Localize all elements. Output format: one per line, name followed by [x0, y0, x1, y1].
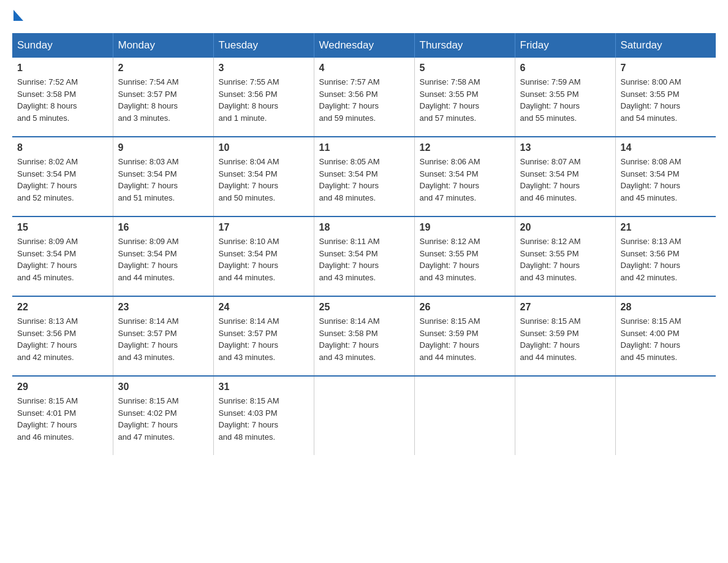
calendar-cell: 14Sunrise: 8:08 AMSunset: 3:54 PMDayligh…: [615, 137, 716, 216]
day-number: 19: [420, 222, 510, 233]
day-number: 20: [520, 222, 610, 233]
calendar-cell: 23Sunrise: 8:14 AMSunset: 3:57 PMDayligh…: [113, 296, 213, 376]
day-number: 14: [621, 142, 711, 153]
calendar-cell: 3Sunrise: 7:55 AMSunset: 3:56 PMDaylight…: [213, 58, 314, 137]
day-info: Sunrise: 8:03 AMSunset: 3:54 PMDaylight:…: [118, 156, 208, 204]
calendar-cell: 12Sunrise: 8:06 AMSunset: 3:54 PMDayligh…: [414, 137, 515, 216]
day-number: 18: [319, 222, 409, 233]
calendar-cell: 8Sunrise: 8:02 AMSunset: 3:54 PMDaylight…: [12, 137, 113, 216]
day-info: Sunrise: 8:09 AMSunset: 3:54 PMDaylight:…: [17, 236, 108, 283]
day-info: Sunrise: 8:07 AMSunset: 3:54 PMDaylight:…: [520, 156, 610, 204]
day-number: 12: [420, 142, 510, 153]
calendar-cell: 15Sunrise: 8:09 AMSunset: 3:54 PMDayligh…: [12, 216, 113, 296]
day-number: 3: [219, 63, 309, 74]
day-number: 5: [420, 63, 510, 74]
header-wednesday: Wednesday: [314, 33, 414, 58]
calendar-cell: 2Sunrise: 7:54 AMSunset: 3:57 PMDaylight…: [113, 58, 213, 137]
day-number: 26: [420, 302, 510, 313]
day-number: 29: [17, 381, 108, 393]
calendar-week-row: 15Sunrise: 8:09 AMSunset: 3:54 PMDayligh…: [12, 216, 716, 296]
calendar-cell: 30Sunrise: 8:15 AMSunset: 4:02 PMDayligh…: [113, 376, 213, 455]
calendar-cell: 18Sunrise: 8:11 AMSunset: 3:54 PMDayligh…: [314, 216, 414, 296]
day-info: Sunrise: 8:14 AMSunset: 3:57 PMDaylight:…: [118, 315, 208, 363]
day-info: Sunrise: 8:15 AMSunset: 4:02 PMDaylight:…: [118, 395, 208, 443]
day-info: Sunrise: 8:06 AMSunset: 3:54 PMDaylight:…: [420, 156, 510, 204]
calendar-cell: 16Sunrise: 8:09 AMSunset: 3:54 PMDayligh…: [113, 216, 213, 296]
header-saturday: Saturday: [615, 33, 716, 58]
calendar-cell: 25Sunrise: 8:14 AMSunset: 3:58 PMDayligh…: [314, 296, 414, 376]
day-number: 21: [621, 222, 711, 233]
calendar-cell: 20Sunrise: 8:12 AMSunset: 3:55 PMDayligh…: [515, 216, 615, 296]
calendar-cell: 6Sunrise: 7:59 AMSunset: 3:55 PMDaylight…: [515, 58, 615, 137]
day-number: 24: [219, 302, 309, 313]
calendar-week-row: 1Sunrise: 7:52 AMSunset: 3:58 PMDaylight…: [12, 58, 716, 137]
calendar-cell: 27Sunrise: 8:15 AMSunset: 3:59 PMDayligh…: [515, 296, 615, 376]
calendar-cell: [314, 376, 414, 455]
day-info: Sunrise: 8:14 AMSunset: 3:58 PMDaylight:…: [319, 315, 409, 363]
day-info: Sunrise: 8:08 AMSunset: 3:54 PMDaylight:…: [621, 156, 711, 204]
day-info: Sunrise: 8:02 AMSunset: 3:54 PMDaylight:…: [17, 156, 108, 204]
calendar-cell: 29Sunrise: 8:15 AMSunset: 4:01 PMDayligh…: [12, 376, 113, 455]
header-friday: Friday: [515, 33, 615, 58]
day-info: Sunrise: 7:54 AMSunset: 3:57 PMDaylight:…: [118, 76, 208, 124]
page-header: [12, 12, 716, 23]
day-number: 10: [219, 142, 309, 153]
day-number: 27: [520, 302, 610, 313]
day-number: 1: [17, 63, 108, 74]
day-info: Sunrise: 8:10 AMSunset: 3:54 PMDaylight:…: [219, 236, 309, 283]
calendar-cell: 13Sunrise: 8:07 AMSunset: 3:54 PMDayligh…: [515, 137, 615, 216]
day-number: 15: [17, 222, 108, 233]
day-info: Sunrise: 8:12 AMSunset: 3:55 PMDaylight:…: [520, 236, 610, 283]
calendar-header-row: SundayMondayTuesdayWednesdayThursdayFrid…: [12, 33, 716, 58]
day-info: Sunrise: 8:00 AMSunset: 3:55 PMDaylight:…: [621, 76, 711, 124]
day-number: 28: [621, 302, 711, 313]
calendar-cell: 17Sunrise: 8:10 AMSunset: 3:54 PMDayligh…: [213, 216, 314, 296]
calendar-week-row: 29Sunrise: 8:15 AMSunset: 4:01 PMDayligh…: [12, 376, 716, 455]
calendar-cell: 19Sunrise: 8:12 AMSunset: 3:55 PMDayligh…: [414, 216, 515, 296]
calendar-cell: 4Sunrise: 7:57 AMSunset: 3:56 PMDaylight…: [314, 58, 414, 137]
calendar-cell: 11Sunrise: 8:05 AMSunset: 3:54 PMDayligh…: [314, 137, 414, 216]
calendar-cell: 28Sunrise: 8:15 AMSunset: 4:00 PMDayligh…: [615, 296, 716, 376]
day-info: Sunrise: 8:09 AMSunset: 3:54 PMDaylight:…: [118, 236, 208, 283]
day-info: Sunrise: 7:57 AMSunset: 3:56 PMDaylight:…: [319, 76, 409, 124]
day-info: Sunrise: 8:11 AMSunset: 3:54 PMDaylight:…: [319, 236, 409, 283]
header-sunday: Sunday: [12, 33, 113, 58]
day-number: 30: [118, 381, 208, 393]
calendar-cell: 9Sunrise: 8:03 AMSunset: 3:54 PMDaylight…: [113, 137, 213, 216]
calendar-table: SundayMondayTuesdayWednesdayThursdayFrid…: [12, 33, 716, 455]
calendar-cell: 7Sunrise: 8:00 AMSunset: 3:55 PMDaylight…: [615, 58, 716, 137]
day-info: Sunrise: 8:15 AMSunset: 4:03 PMDaylight:…: [219, 395, 309, 443]
day-info: Sunrise: 8:05 AMSunset: 3:54 PMDaylight:…: [319, 156, 409, 204]
day-number: 11: [319, 142, 409, 153]
header-thursday: Thursday: [414, 33, 515, 58]
calendar-cell: [414, 376, 515, 455]
day-number: 2: [118, 63, 208, 74]
calendar-cell: 5Sunrise: 7:58 AMSunset: 3:55 PMDaylight…: [414, 58, 515, 137]
day-number: 22: [17, 302, 108, 313]
day-info: Sunrise: 7:59 AMSunset: 3:55 PMDaylight:…: [520, 76, 610, 124]
calendar-cell: 22Sunrise: 8:13 AMSunset: 3:56 PMDayligh…: [12, 296, 113, 376]
logo: [12, 12, 23, 23]
day-info: Sunrise: 8:14 AMSunset: 3:57 PMDaylight:…: [219, 315, 309, 363]
day-info: Sunrise: 8:15 AMSunset: 3:59 PMDaylight:…: [420, 315, 510, 363]
day-number: 13: [520, 142, 610, 153]
header-monday: Monday: [113, 33, 213, 58]
calendar-week-row: 8Sunrise: 8:02 AMSunset: 3:54 PMDaylight…: [12, 137, 716, 216]
calendar-cell: 31Sunrise: 8:15 AMSunset: 4:03 PMDayligh…: [213, 376, 314, 455]
day-info: Sunrise: 7:58 AMSunset: 3:55 PMDaylight:…: [420, 76, 510, 124]
day-info: Sunrise: 8:12 AMSunset: 3:55 PMDaylight:…: [420, 236, 510, 283]
day-info: Sunrise: 8:13 AMSunset: 3:56 PMDaylight:…: [621, 236, 711, 283]
day-number: 23: [118, 302, 208, 313]
day-number: 4: [319, 63, 409, 74]
day-number: 31: [219, 381, 309, 393]
day-number: 8: [17, 142, 108, 153]
day-info: Sunrise: 8:15 AMSunset: 4:01 PMDaylight:…: [17, 395, 108, 443]
day-info: Sunrise: 7:55 AMSunset: 3:56 PMDaylight:…: [219, 76, 309, 124]
calendar-cell: 21Sunrise: 8:13 AMSunset: 3:56 PMDayligh…: [615, 216, 716, 296]
calendar-cell: 1Sunrise: 7:52 AMSunset: 3:58 PMDaylight…: [12, 58, 113, 137]
day-number: 6: [520, 63, 610, 74]
day-info: Sunrise: 8:13 AMSunset: 3:56 PMDaylight:…: [17, 315, 108, 363]
day-info: Sunrise: 8:15 AMSunset: 3:59 PMDaylight:…: [520, 315, 610, 363]
header-tuesday: Tuesday: [213, 33, 314, 58]
calendar-cell: 24Sunrise: 8:14 AMSunset: 3:57 PMDayligh…: [213, 296, 314, 376]
